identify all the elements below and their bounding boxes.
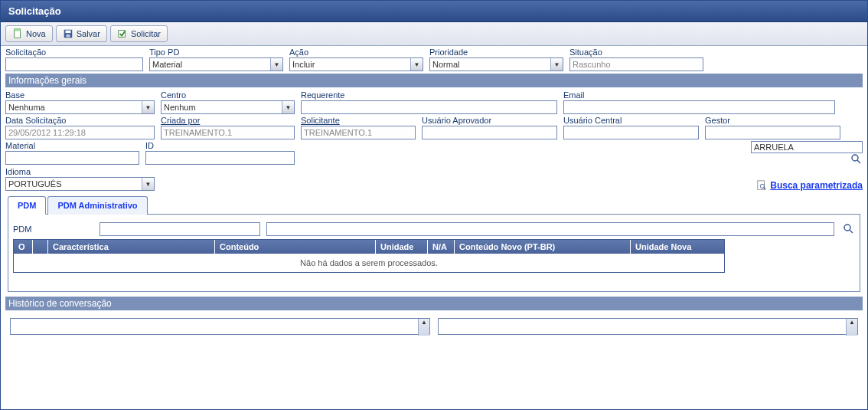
criada-input bbox=[161, 126, 295, 139]
material-input[interactable] bbox=[5, 151, 139, 165]
historico-textarea-right[interactable] bbox=[438, 318, 858, 335]
search-doc-icon bbox=[756, 180, 767, 191]
solicitante-input bbox=[301, 126, 416, 139]
nova-label: Nova bbox=[26, 29, 46, 38]
col-o: O bbox=[14, 240, 33, 254]
aprovador-input[interactable] bbox=[422, 126, 557, 139]
svg-rect-3 bbox=[65, 31, 70, 34]
data-label: Data Solicitação bbox=[5, 116, 155, 125]
pdm-code-input[interactable] bbox=[100, 222, 260, 236]
solicitacao-label: Solicitação bbox=[5, 48, 143, 57]
solicitante-label: Solicitante bbox=[301, 116, 416, 125]
section-gerais: Informações gerais bbox=[5, 74, 863, 87]
col-unidade: Unidade bbox=[376, 240, 428, 254]
tab-pdm-admin[interactable]: PDM Administrativo bbox=[47, 196, 147, 215]
solicitacao-input[interactable] bbox=[5, 57, 143, 71]
busca-parametrizada-link[interactable]: Busca parametrizada bbox=[770, 180, 863, 191]
prioridade-label: Prioridade bbox=[429, 48, 563, 57]
situacao-label: Situação bbox=[569, 48, 703, 57]
svg-line-12 bbox=[850, 230, 853, 233]
situacao-input bbox=[569, 57, 703, 71]
id-input[interactable] bbox=[145, 151, 295, 165]
base-select[interactable] bbox=[5, 100, 155, 114]
col-caracteristica: Característica bbox=[48, 240, 215, 254]
central-input[interactable] bbox=[563, 126, 699, 139]
gestor-input[interactable] bbox=[705, 126, 840, 139]
criada-label: Criada por bbox=[161, 116, 295, 125]
svg-point-11 bbox=[844, 225, 850, 231]
svg-rect-4 bbox=[66, 34, 70, 38]
id-label: ID bbox=[145, 141, 295, 150]
acao-select[interactable] bbox=[289, 57, 423, 71]
material-label: Material bbox=[5, 141, 139, 150]
pdm-grid: O Característica Conteúdo Unidade N/A Co… bbox=[13, 239, 725, 273]
section-historico: Histórico de conversação bbox=[5, 297, 863, 310]
window-title: Solicitação bbox=[1, 1, 867, 22]
idioma-label: Idioma bbox=[5, 167, 155, 176]
svg-point-6 bbox=[852, 155, 858, 161]
save-icon bbox=[63, 28, 73, 39]
requerente-label: Requerente bbox=[301, 90, 557, 100]
prioridade-select[interactable] bbox=[429, 57, 563, 71]
solicitar-button[interactable]: Solicitar bbox=[110, 25, 168, 42]
col-blank bbox=[33, 240, 48, 254]
pdm-desc-input[interactable] bbox=[266, 222, 834, 236]
col-conteudo: Conteúdo bbox=[215, 240, 376, 254]
aprovador-label: Usuário Aprovador bbox=[422, 116, 557, 125]
new-doc-icon bbox=[12, 28, 23, 39]
search-icon[interactable] bbox=[843, 223, 855, 235]
svg-rect-1 bbox=[15, 29, 21, 31]
tipopd-select[interactable] bbox=[149, 57, 283, 71]
scrollbar-up-icon[interactable]: ▲ bbox=[418, 319, 429, 336]
desc-input[interactable] bbox=[751, 141, 863, 153]
base-label: Base bbox=[5, 90, 155, 100]
idioma-select[interactable] bbox=[5, 177, 155, 191]
col-conteudo-novo: Conteúdo Novo (PT-BR) bbox=[455, 240, 631, 254]
acao-label: Ação bbox=[289, 48, 423, 57]
email-input[interactable] bbox=[563, 100, 835, 114]
svg-line-7 bbox=[857, 160, 860, 163]
pdm-label: PDM bbox=[13, 225, 93, 234]
tipopd-label: Tipo PD bbox=[149, 48, 283, 57]
centro-label: Centro bbox=[161, 90, 295, 100]
grid-header: O Característica Conteúdo Unidade N/A Co… bbox=[14, 240, 724, 254]
historico-textarea-left[interactable] bbox=[10, 318, 430, 335]
tab-body-pdm: PDM O Característica Conteúdo Unidade N/… bbox=[8, 215, 860, 292]
request-icon bbox=[117, 28, 128, 39]
scrollbar-up-icon[interactable]: ▲ bbox=[846, 319, 857, 336]
salvar-button[interactable]: Salvar bbox=[56, 25, 107, 42]
central-label: Usuário Central bbox=[563, 116, 699, 125]
col-na: N/A bbox=[428, 240, 455, 254]
solicitar-label: Solicitar bbox=[131, 29, 161, 38]
gestor-label: Gestor bbox=[705, 116, 840, 125]
nova-button[interactable]: Nova bbox=[5, 25, 53, 42]
search-icon[interactable] bbox=[850, 153, 863, 166]
data-input bbox=[5, 126, 155, 139]
centro-select[interactable] bbox=[161, 100, 295, 114]
requerente-input[interactable] bbox=[301, 100, 557, 114]
col-unidade-nova: Unidade Nova bbox=[631, 240, 724, 254]
grid-empty-message: Não há dados a serem processados. bbox=[14, 254, 724, 272]
email-label: Email bbox=[563, 90, 835, 100]
tab-pdm[interactable]: PDM bbox=[8, 196, 46, 215]
salvar-label: Salvar bbox=[77, 29, 100, 38]
tabs: PDM PDM Administrativo bbox=[8, 195, 860, 215]
toolbar: Nova Salvar Solicitar bbox=[1, 22, 867, 46]
